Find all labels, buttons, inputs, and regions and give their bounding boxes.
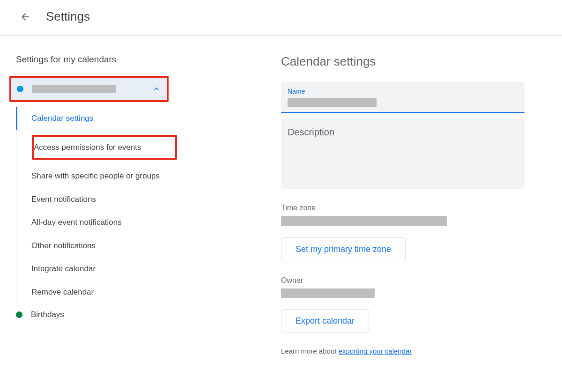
highlight-calendar-header xyxy=(9,76,169,102)
chevron-up-icon xyxy=(152,84,161,94)
sidebar-item-share-specific[interactable]: Share with specific people or groups xyxy=(16,164,178,188)
name-field[interactable]: Name xyxy=(281,82,525,113)
export-calendar-button[interactable]: Export calendar xyxy=(281,309,369,333)
learn-more-prefix: Learn more about xyxy=(281,347,339,355)
main-content: Calendar settings Name Description Time … xyxy=(178,54,562,355)
sidebar-item-other-notifications[interactable]: Other notifications xyxy=(16,234,178,258)
calendar-subnav: Calendar settings Access permissions for… xyxy=(16,107,178,303)
calendar-name-redacted xyxy=(32,85,116,93)
sidebar-item-access-permissions[interactable]: Access permissions for events xyxy=(34,137,175,158)
header: Settings xyxy=(0,0,562,35)
owner-value-redacted xyxy=(281,288,375,298)
sidebar-item-event-notifications[interactable]: Event notifications xyxy=(16,188,178,211)
name-label: Name xyxy=(288,88,518,95)
timezone-label: Time zone xyxy=(281,204,525,212)
back-arrow-icon[interactable] xyxy=(19,10,32,23)
description-field[interactable]: Description xyxy=(281,118,525,189)
owner-label: Owner xyxy=(281,276,525,285)
set-primary-timezone-button[interactable]: Set my primary time zone xyxy=(281,237,406,261)
sidebar: Settings for my calendars Calendar setti… xyxy=(0,54,178,355)
calendar-name-birthdays: Birthdays xyxy=(31,310,64,319)
highlight-access-permissions: Access permissions for events xyxy=(32,135,177,160)
main-heading: Calendar settings xyxy=(281,54,525,69)
page-title: Settings xyxy=(46,9,90,24)
sidebar-item-calendar-settings[interactable]: Calendar settings xyxy=(16,107,178,130)
timezone-value-redacted xyxy=(281,216,447,226)
exporting-calendar-link[interactable]: exporting your calendar xyxy=(339,347,412,355)
name-value-redacted xyxy=(288,98,377,107)
description-label: Description xyxy=(288,127,518,138)
calendar-color-dot xyxy=(16,311,22,318)
learn-more-text: Learn more about exporting your calendar xyxy=(281,347,525,355)
calendar-header-birthdays[interactable]: Birthdays xyxy=(16,303,178,326)
sidebar-heading: Settings for my calendars xyxy=(16,54,178,65)
sidebar-item-integrate-calendar[interactable]: Integrate calendar xyxy=(16,257,178,281)
calendar-header-primary[interactable] xyxy=(11,78,167,100)
sidebar-item-remove-calendar[interactable]: Remove calendar xyxy=(16,281,178,304)
calendar-color-dot xyxy=(17,86,23,92)
sidebar-item-allday-notifications[interactable]: All-day event notifications xyxy=(16,211,178,234)
